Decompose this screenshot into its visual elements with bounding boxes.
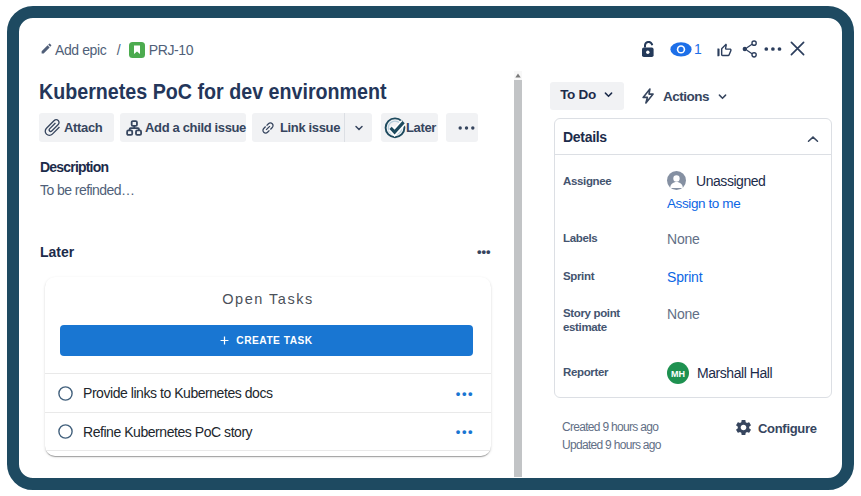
svg-text:MH: MH	[671, 369, 685, 379]
